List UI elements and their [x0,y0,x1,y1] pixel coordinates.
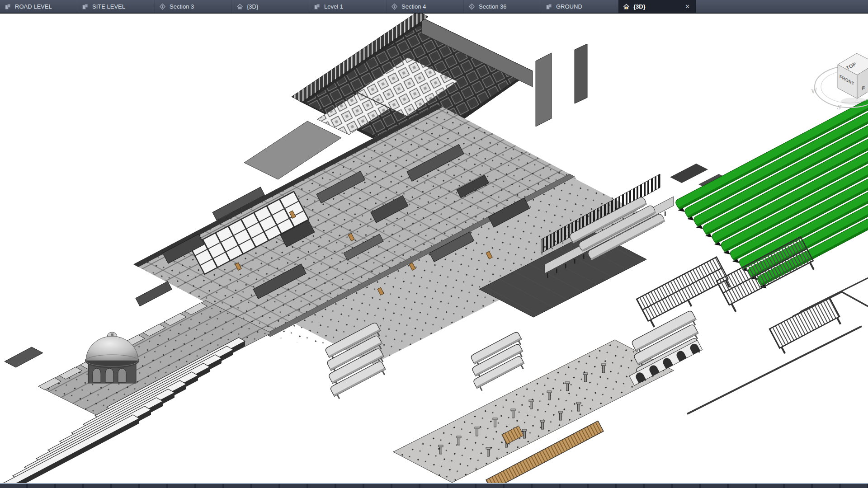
compass-west[interactable]: W [810,87,819,95]
section-marker-icon [391,3,398,10]
tab-label: ROAD LEVEL [15,3,52,10]
view-tab-ground[interactable]: GROUND [541,0,618,13]
barrel-canopies [312,310,710,400]
home-3d-icon [623,3,630,10]
tab-label: {3D} [247,3,258,10]
section-marker-icon [468,3,475,10]
boundary-fence-lines [687,278,868,414]
view-tab-section-36[interactable]: Section 36 [464,0,541,13]
tab-label: Level 1 [324,3,343,10]
view-tab-level-1[interactable]: Level 1 [309,0,387,13]
tab-label: Section 4 [401,3,426,10]
floor-plan-icon [5,3,11,10]
tab-label: GROUND [556,3,582,10]
view-tab-section-4[interactable]: Section 4 [387,0,464,13]
tab-label: SITE LEVEL [92,3,125,10]
floor-plan-icon [546,3,552,10]
view-tab-bar: ROAD LEVEL SITE LEVEL Section 3 {3D} Lev… [0,0,868,14]
view-tab-3d-1[interactable]: {3D} [232,0,309,13]
view-tab-section-3[interactable]: Section 3 [155,0,232,13]
viewcube[interactable]: W S TOP FRONT R [810,53,868,111]
section-marker-icon [159,3,166,10]
tab-label: Section 3 [170,3,194,10]
home-3d-icon [236,3,243,10]
tab-label: Section 36 [479,3,506,10]
floor-plan-icon [82,3,89,10]
view-tab-3d-active[interactable]: {3D} ✕ [618,0,696,13]
close-tab-icon[interactable]: ✕ [684,3,691,10]
view-tab-site-level[interactable]: SITE LEVEL [77,0,155,13]
view-tab-road-level[interactable]: ROAD LEVEL [0,0,77,13]
floor-plan-icon [314,3,321,10]
3d-viewport[interactable]: W S TOP FRONT R [0,0,868,488]
tab-label: {3D} [633,3,646,10]
bottom-taskbar-edge [0,483,868,488]
